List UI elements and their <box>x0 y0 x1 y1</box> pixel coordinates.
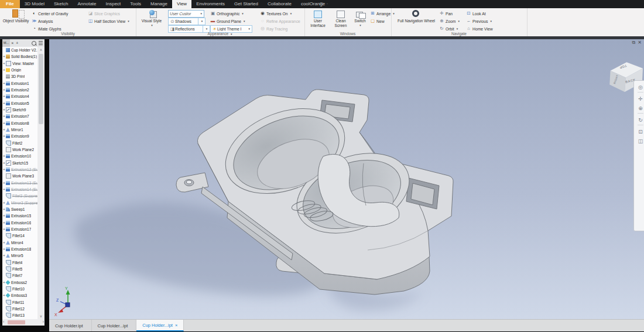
search-icon[interactable] <box>32 41 36 46</box>
scroll-up-icon[interactable]: ∧ <box>37 47 44 53</box>
expand-toggle[interactable]: + <box>2 200 6 206</box>
navigation-bar[interactable]: ◎ ✛ ⊕ ↻ ⊡ ◫ <box>633 80 644 231</box>
tree-horizontal-scrollbar[interactable]: ‹ › <box>2 319 44 326</box>
tree-item[interactable]: Work Plane3 <box>2 173 37 179</box>
full-navigation-wheel-button[interactable]: Full Navigation Wheel <box>397 9 436 23</box>
tree-vertical-scrollbar[interactable]: ∧ ∨ <box>37 47 44 319</box>
view-face-tool-icon[interactable]: ◫ <box>636 138 644 144</box>
tree-item[interactable]: + Extrusion4 <box>2 93 37 100</box>
tree-item[interactable]: + Extrusion9 <box>2 133 37 139</box>
visual-style-button[interactable]: Visual Style▼ <box>138 9 165 28</box>
close-panel-icon[interactable]: × <box>10 41 15 45</box>
tree-item[interactable]: Work Plane2 <box>2 146 37 153</box>
switch-button[interactable]: Switch▼ <box>351 9 369 28</box>
menu-tab[interactable]: File <box>0 0 20 8</box>
quick-access-icon[interactable]: ⊡ · <box>316 0 333 8</box>
tree-item[interactable]: + Extrusion13 (Sup <box>2 180 37 186</box>
expand-toggle[interactable]: + <box>2 252 6 259</box>
group-label-appearance[interactable]: Appearance ▼ <box>136 32 304 36</box>
pan-button[interactable]: ✛Pan <box>439 10 453 17</box>
tree-item[interactable]: Fillet10 <box>2 286 37 292</box>
tree-item[interactable]: + Solid Bodies(1) <box>2 53 37 60</box>
tree-item[interactable]: Fillet2 <box>2 140 37 146</box>
tree-item[interactable]: + Emboss3 <box>2 292 37 299</box>
clean-screen-button[interactable]: Clean Screen <box>330 9 351 28</box>
hscroll-thumb[interactable] <box>8 320 25 324</box>
tree-item[interactable]: + Extrusion12 (Sup <box>2 166 37 173</box>
tree-item[interactable]: + Origin <box>2 67 37 73</box>
browser-panel-tab[interactable]: M... <box>2 39 10 47</box>
menu-tab[interactable]: Manage <box>146 0 172 8</box>
menu-tab[interactable]: Get Started <box>229 0 263 8</box>
half-section-view-button[interactable]: ◫Half Section View▼ <box>88 18 130 25</box>
tree-item[interactable]: + Sketch15 <box>2 160 37 166</box>
shadows-toggle[interactable]: ⊙Shadows <box>168 18 200 25</box>
ground-plane-button[interactable]: ▬Ground Plane▼ <box>210 18 245 25</box>
tree-item[interactable]: Fillet14 <box>2 232 37 239</box>
tree-item[interactable]: Fillet11 <box>2 299 37 305</box>
tree-item[interactable]: Fillet7 <box>2 272 37 279</box>
tree-item[interactable]: + Extrusion14 (Sup <box>2 186 37 193</box>
tree-item[interactable]: Fillet5 <box>2 266 37 272</box>
close-tab-icon[interactable]: × <box>175 323 177 328</box>
tree-item[interactable]: + Extrusion16 <box>2 220 37 226</box>
new-window-button[interactable]: ▢New <box>370 18 385 25</box>
tree-item[interactable]: + Mirror1 <box>2 126 37 133</box>
appearance-style-combo[interactable]: User Custor▼ <box>168 10 204 18</box>
viewport[interactable]: ⧉✕ TOP RIGHT BACK ◎ ✛ ⊕ ↻ ⊡ ◫ Y X <box>49 39 644 319</box>
expand-toggle[interactable]: + <box>2 239 6 246</box>
orthographic-button[interactable]: ▣Orthographic▼ <box>210 10 244 17</box>
menu-tab[interactable]: Tools <box>125 0 146 8</box>
center-of-gravity-button[interactable]: ◐Center of Gravity <box>32 10 68 17</box>
expand-toggle[interactable]: + <box>2 126 6 133</box>
previous-view-button[interactable]: ←Previous▼ <box>466 18 492 25</box>
textures-on-button[interactable]: ◉Textures On▼ <box>260 10 292 17</box>
menu-tab[interactable]: Annotate <box>73 0 101 8</box>
scroll-right-icon[interactable]: › <box>43 319 44 326</box>
vscroll-thumb[interactable] <box>39 54 43 124</box>
tree-item[interactable]: Fillet4 <box>2 259 37 266</box>
tree-item[interactable]: + Mirror5 <box>2 252 37 259</box>
menu-tab[interactable]: 3D Model <box>20 0 49 8</box>
tree-item[interactable]: + Extrusion5 <box>2 100 37 107</box>
close-window-icon[interactable]: ✕ <box>638 40 644 45</box>
tree-item[interactable]: + Mirror4 <box>2 239 37 246</box>
menu-tab[interactable]: View <box>172 0 191 8</box>
tree-item[interactable]: Fillet12 <box>2 306 37 312</box>
panel-menu-icon[interactable] <box>39 41 43 45</box>
object-visibility-button[interactable]: Object Visibility <box>2 9 29 23</box>
tree-item[interactable]: + Extrusion18 <box>2 246 37 252</box>
tree-item[interactable]: + Extrusion15 <box>2 213 37 219</box>
tree-item[interactable]: + Extrusion7 <box>2 113 37 119</box>
tree-item[interactable]: + Sketch9 <box>2 107 37 113</box>
menu-tab[interactable]: Collaborate <box>263 0 296 8</box>
tree-item[interactable]: + Sweep1 <box>2 206 37 213</box>
tree-item[interactable]: 3D Print <box>2 73 37 80</box>
scroll-left-icon[interactable]: ‹ <box>3 319 4 326</box>
3d-model-canvas[interactable] <box>49 39 644 319</box>
tree-item[interactable]: + Extrusion8 <box>2 120 37 126</box>
document-window-controls[interactable]: ⧉✕ <box>632 40 644 46</box>
orbit-tool-icon[interactable]: ↻ <box>636 117 644 123</box>
scroll-down-icon[interactable]: ∨ <box>37 313 44 319</box>
tree-item[interactable]: + Extrusion17 <box>2 226 37 232</box>
navigation-wheel-icon[interactable]: ◎ <box>636 84 644 90</box>
document-tab[interactable]: Cup Holder...ipt × <box>136 320 184 331</box>
menu-tab[interactable]: Sketch <box>49 0 73 8</box>
document-tab[interactable]: Cup Holder...ipt <box>92 320 137 331</box>
look-at-button[interactable]: ⊡Look At <box>466 10 486 17</box>
restore-window-icon[interactable]: ⧉ <box>632 40 638 45</box>
tree-item[interactable]: + View: Master <box>2 60 37 67</box>
tree-item[interactable]: + Extrusion10 <box>2 153 37 159</box>
tree-item[interactable]: + Mirror3 (Suppres <box>2 200 37 206</box>
tree-item[interactable]: Fillet3 (Suppress <box>2 193 37 199</box>
tree-item[interactable]: + Extrusion1 <box>2 80 37 87</box>
look-at-tool-icon[interactable]: ⊡ <box>636 129 644 135</box>
zoom-button[interactable]: ⊕Zoom▼ <box>439 18 460 25</box>
document-tab[interactable]: Cup Holder.ipt <box>49 320 92 331</box>
tree-item[interactable]: + Emboss2 <box>2 279 37 285</box>
menu-tab[interactable]: Inspect <box>101 0 126 8</box>
shadows-dropdown[interactable]: ▼ <box>198 18 205 25</box>
add-panel-icon[interactable]: + <box>15 41 19 45</box>
tree-item[interactable]: Fillet13 <box>2 312 37 319</box>
